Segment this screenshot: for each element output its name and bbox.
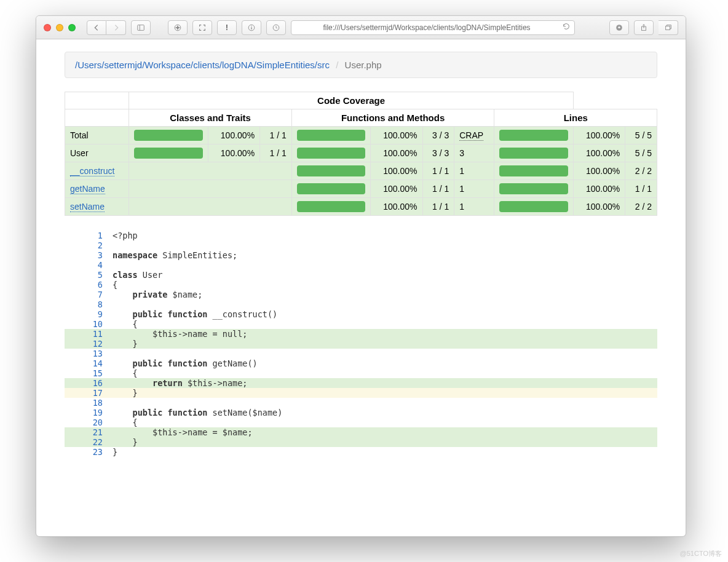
titlebar: ! file:///Users/settermjd/Workspace/clie… [36,16,686,39]
breadcrumb-link[interactable]: /Users/settermjd/Workspace/clients/logDN… [75,60,330,70]
line-number[interactable]: 3 [65,250,109,260]
row-name: getName [65,180,129,198]
close-window-button[interactable] [44,24,51,31]
row-name: User [65,144,129,162]
line-code: } [109,447,657,457]
exclaim-button[interactable]: ! [217,20,237,35]
url-field[interactable]: file:///Users/settermjd/Workspace/client… [291,20,575,35]
maximize-window-button[interactable] [68,24,76,31]
line-code: private $name; [109,290,657,299]
method-link[interactable]: getName [70,184,105,194]
line-number[interactable]: 11 [65,329,109,339]
c2-bar [291,127,370,144]
line-code: { [109,418,657,427]
svg-point-5 [251,25,251,26]
c1-bar [129,127,208,144]
line-number[interactable]: 13 [65,349,109,358]
line-number[interactable]: 22 [65,437,109,447]
line-number[interactable]: 6 [65,280,109,290]
c2-pct: 100.00% [371,180,422,198]
fullscreen-button[interactable] [192,20,212,35]
table-row: getName 100.00% 1 / 1 1 100.00% 1 / 1 [65,180,657,198]
source-line: 11 $this->name = null; [65,329,657,339]
traffic-lights [44,24,76,31]
line-number[interactable]: 17 [65,388,109,398]
c1-pct: 100.00% [208,144,259,162]
source-line: 8 [65,299,657,309]
line-number[interactable]: 7 [65,290,109,299]
line-number[interactable]: 9 [65,309,109,319]
back-button[interactable] [87,20,106,35]
line-number[interactable]: 21 [65,427,109,437]
line-number[interactable]: 2 [65,240,109,250]
source-line: 14 public function getName() [65,358,657,368]
tabs-icon [664,23,673,32]
chevron-left-icon [92,23,101,32]
line-code: } [109,437,657,447]
th-classes: Classes and Traits [129,109,291,127]
source-line: 18 [65,398,657,408]
table-row: Total 100.00% 1 / 1 100.00% 3 / 3 CRAP 1… [65,127,657,144]
forward-button[interactable] [106,20,126,35]
line-code [109,349,657,358]
line-number[interactable]: 1 [65,231,109,240]
url-text: file:///Users/settermjd/Workspace/client… [323,23,530,32]
source-line: 4 [65,260,657,270]
c3-ratio: 5 / 5 [625,127,657,144]
line-number[interactable]: 15 [65,368,109,378]
line-number[interactable]: 12 [65,339,109,349]
line-number[interactable]: 14 [65,358,109,368]
line-number[interactable]: 4 [65,260,109,270]
row-name: __construct [65,162,129,180]
table-row: setName 100.00% 1 / 1 1 100.00% 2 / 2 [65,198,657,216]
line-code: $this->name = null; [109,329,657,339]
line-number[interactable]: 19 [65,408,109,418]
reload-button[interactable] [562,22,571,33]
info-button[interactable] [242,20,261,35]
line-number[interactable]: 8 [65,299,109,309]
source-line: 22 } [65,437,657,447]
c1-empty [129,198,291,216]
share-button[interactable] [634,20,654,35]
source-line: 9 public function __construct() [65,309,657,319]
sidebar-button[interactable] [131,20,151,35]
line-number[interactable]: 23 [65,447,109,457]
method-link[interactable]: __construct [70,166,114,176]
line-number[interactable]: 16 [65,378,109,388]
compass-button[interactable] [168,20,188,35]
c2-pct: 100.00% [371,127,422,144]
source-line: 6{ [65,280,657,290]
c1-bar [129,144,208,162]
line-code: { [109,319,657,329]
line-code [109,260,657,270]
source-line: 3namespace SimpleEntities; [65,250,657,260]
th-blank2 [65,109,129,127]
line-number[interactable]: 18 [65,398,109,408]
row-name: setName [65,198,129,216]
tabs-button[interactable] [659,20,678,35]
reload-icon [562,22,571,31]
coverage-table: Code Coverage Classes and Traits Functio… [65,92,657,216]
history-button[interactable] [266,20,286,35]
source-line: 17 } [65,388,657,398]
sidebar-icon [136,23,145,32]
minimize-window-button[interactable] [56,24,63,31]
line-number[interactable]: 5 [65,270,109,280]
clock-icon [272,23,280,32]
watermark: @51CTO博客 [680,549,722,558]
line-number[interactable]: 10 [65,319,109,329]
c2-ratio: 1 / 1 [422,180,454,198]
c2-ratio: 3 / 3 [422,144,454,162]
line-code: $this->name = $name; [109,427,657,437]
source-line: 7 private $name; [65,290,657,299]
browser-window: ! file:///Users/settermjd/Workspace/clie… [36,15,686,537]
c2-bar [291,162,370,180]
svg-rect-9 [665,26,670,30]
line-number[interactable]: 20 [65,418,109,427]
download-button[interactable] [609,20,629,35]
line-code: public function setName($name) [109,408,657,418]
c3-pct: 100.00% [573,144,625,162]
method-link[interactable]: setName [70,202,105,212]
c3-pct: 100.00% [573,127,625,144]
c2-pct: 100.00% [371,162,422,180]
